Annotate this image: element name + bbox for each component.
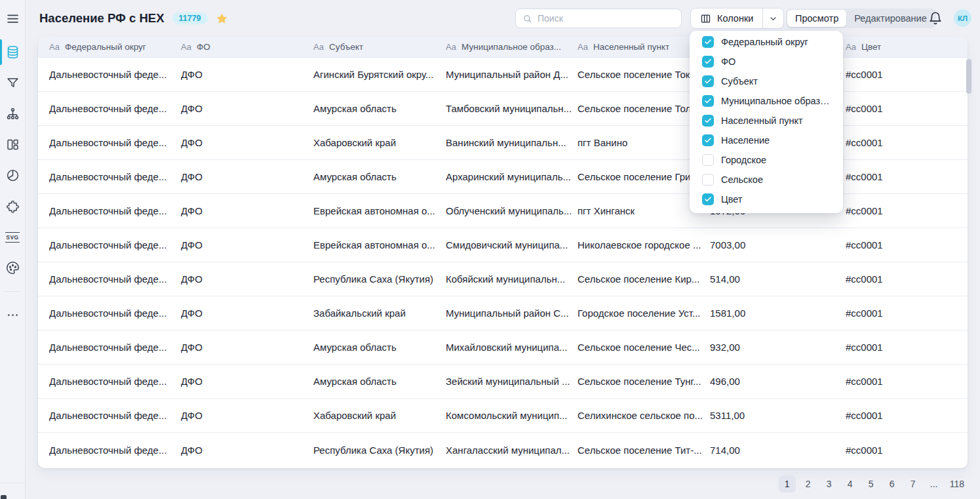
table-cell[interactable]: Смидовичский муниципа... (446, 239, 578, 250)
table-cell[interactable]: Хабаровский край (313, 137, 446, 148)
checkbox-checked[interactable] (702, 95, 714, 107)
view-mode-view[interactable]: Просмотр (787, 10, 846, 27)
table-row[interactable]: Дальневосточный феде...ДФОХабаровский кр… (38, 399, 968, 433)
column-toggle-item[interactable]: Муниципальное образован... (690, 91, 843, 111)
column-header-2[interactable]: АаФО (181, 42, 313, 52)
sidebar-item-layout[interactable] (0, 129, 25, 160)
table-cell[interactable]: Дальневосточный феде... (49, 410, 181, 421)
table-cell[interactable]: #cc0001 (846, 273, 968, 285)
table-cell[interactable]: Амурская область (313, 342, 446, 353)
search-input[interactable] (538, 13, 675, 24)
table-cell[interactable]: #cc0001 (846, 342, 968, 353)
table-cell[interactable]: Михайловский муниципа... (446, 342, 578, 353)
notifications-button[interactable] (928, 10, 944, 26)
table-cell[interactable]: ДФО (181, 171, 313, 182)
column-toggle-item[interactable]: ФО (690, 52, 843, 71)
table-cell[interactable]: ДФО (181, 103, 313, 114)
table-cell[interactable]: ДФО (181, 376, 313, 387)
table-cell[interactable]: ДФО (181, 342, 313, 353)
table-cell[interactable]: Тамбовский муниципальн... (446, 103, 578, 114)
table-cell[interactable]: ДФО (181, 137, 313, 148)
page-button-4[interactable]: 4 (842, 475, 859, 492)
table-cell[interactable]: Городское поселение Уст... (578, 308, 710, 319)
user-avatar[interactable]: КЛ (954, 9, 971, 27)
page-button-118[interactable]: 118 (947, 475, 968, 492)
checkbox-checked[interactable] (702, 36, 714, 48)
table-cell[interactable]: Республика Саха (Якутия) (313, 273, 446, 285)
favorite-star-icon[interactable] (216, 12, 228, 25)
table-cell[interactable]: #cc0001 (846, 445, 968, 456)
table-row[interactable]: Дальневосточный феде...ДФОРеспублика Сах… (38, 433, 968, 467)
table-cell[interactable]: 714,00 (710, 445, 846, 456)
vertical-scrollbar-thumb[interactable] (966, 59, 971, 94)
column-toggle-item[interactable]: Цвет (690, 190, 843, 209)
table-cell[interactable]: #cc0001 (846, 205, 968, 216)
table-cell[interactable]: Зейский муниципальный ... (446, 376, 578, 387)
column-header-1[interactable]: АаФедеральный округ (49, 42, 181, 52)
table-cell[interactable]: Селихинское сельское по... (578, 410, 710, 421)
table-cell[interactable]: Дальневосточный феде... (49, 273, 181, 285)
table-cell[interactable]: ДФО (181, 445, 313, 456)
page-button-7[interactable]: 7 (905, 475, 922, 492)
table-cell[interactable]: Сельское поселение Чес... (578, 342, 710, 353)
search-box[interactable] (515, 9, 682, 28)
table-cell[interactable]: Амурская область (313, 103, 446, 114)
column-toggle-item[interactable]: Субъект (690, 71, 843, 91)
page-button-5[interactable]: 5 (863, 475, 880, 492)
column-header-4[interactable]: АаМуниципальное образ... (446, 42, 578, 52)
sidebar-item-database[interactable] (0, 37, 25, 68)
checkbox-unchecked[interactable] (702, 174, 714, 186)
table-cell[interactable]: #cc0001 (846, 376, 968, 387)
column-toggle-item[interactable]: Федеральный округ (690, 32, 843, 52)
table-cell[interactable]: #cc0001 (846, 103, 968, 114)
sidebar-item-palette[interactable] (0, 252, 25, 283)
columns-button[interactable]: Колонки (690, 8, 784, 29)
table-cell[interactable]: Дальневосточный феде... (49, 205, 181, 216)
table-cell[interactable]: Николаевское городское ... (578, 239, 710, 250)
sidebar-item-filter[interactable] (0, 68, 25, 98)
checkbox-checked[interactable] (702, 56, 714, 68)
table-cell[interactable]: ДФО (181, 308, 313, 319)
table-cell[interactable]: ДФО (181, 205, 313, 216)
table-cell[interactable]: Архаринский муниципаль... (446, 171, 578, 182)
table-cell[interactable]: Дальневосточный феде... (49, 171, 181, 182)
column-toggle-item[interactable]: Городское (690, 150, 843, 170)
view-mode-edit[interactable]: Редактирование (846, 10, 934, 27)
column-toggle-item[interactable]: Сельское (690, 170, 843, 190)
sidebar-item-pie-chart[interactable] (0, 160, 25, 191)
hamburger-menu-button[interactable] (0, 7, 25, 30)
table-row[interactable]: Дальневосточный феде...ДФОЕврейская авто… (38, 228, 968, 262)
checkbox-unchecked[interactable] (702, 154, 714, 166)
table-cell[interactable]: Дальневосточный феде... (49, 69, 181, 80)
checkbox-checked[interactable] (702, 115, 714, 127)
table-cell[interactable]: Хабаровский край (313, 410, 446, 421)
table-row[interactable]: Дальневосточный феде...ДФОЗабайкальский … (38, 296, 968, 330)
column-header-3[interactable]: АаСубъект (313, 42, 446, 52)
table-cell[interactable]: Дальневосточный феде... (49, 103, 181, 114)
sidebar-item-sitemap[interactable] (0, 98, 25, 129)
checkbox-checked[interactable] (702, 134, 714, 146)
table-cell[interactable]: #cc0001 (846, 69, 968, 80)
table-cell[interactable]: Дальневосточный феде... (49, 376, 181, 387)
table-cell[interactable]: 496,00 (710, 376, 846, 387)
table-cell[interactable]: ДФО (181, 273, 313, 285)
table-cell[interactable]: Хангаласский муниципал... (446, 445, 578, 456)
page-button-3[interactable]: 3 (821, 475, 838, 492)
column-toggle-item[interactable]: Населенный пункт (690, 111, 843, 130)
table-cell[interactable]: Амурская область (313, 376, 446, 387)
table-cell[interactable]: Еврейская автономная о... (313, 239, 446, 250)
columns-dropdown-toggle[interactable] (763, 9, 783, 28)
table-cell[interactable]: Сельское поселение Кир... (578, 273, 710, 285)
column-toggle-item[interactable]: Население (690, 130, 843, 150)
table-cell[interactable]: Дальневосточный феде... (49, 137, 181, 148)
table-cell[interactable]: #cc0001 (846, 239, 968, 250)
table-cell[interactable]: 514,00 (710, 273, 846, 285)
table-cell[interactable]: Комсомольский муницип... (446, 410, 578, 421)
table-cell[interactable]: Дальневосточный феде... (49, 308, 181, 319)
sidebar-item-more[interactable] (0, 300, 25, 330)
table-row[interactable]: Дальневосточный феде...ДФОАмурская облас… (38, 330, 968, 365)
table-cell[interactable]: Еврейская автономная о... (313, 205, 446, 216)
table-cell[interactable]: ДФО (181, 239, 313, 250)
table-row[interactable]: Дальневосточный феде...ДФОРеспублика Сах… (38, 262, 968, 296)
column-header-7[interactable]: АаЦвет (846, 42, 968, 52)
